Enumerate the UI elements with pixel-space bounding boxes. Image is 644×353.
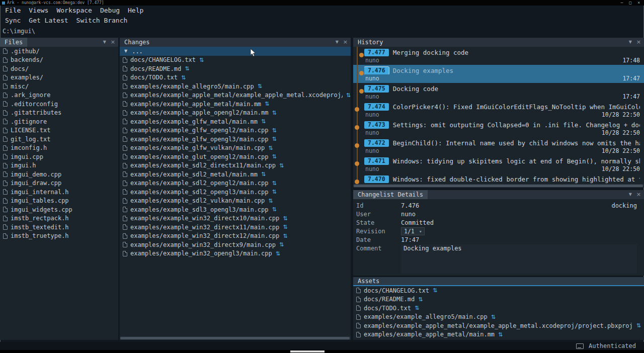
asset-item[interactable]: docs/CHANGELOG.txt ⇅: [353, 286, 644, 295]
asset-item[interactable]: examples/example_apple_metal/example_app…: [353, 321, 644, 330]
commit-row[interactable]: 7.474 ColorPicker4(): Fixed ImGuiColorEd…: [353, 101, 644, 119]
file-name: imstb_textedit.h: [11, 224, 69, 231]
commit-row[interactable]: 7.477 Merging docking code nuno 17:48: [353, 47, 644, 65]
filter-icon[interactable]: ▼: [103, 38, 106, 47]
commit-row[interactable]: 7.470 Windows: fixed double-clicked bord…: [353, 173, 644, 184]
commit-row[interactable]: 7.473 Settings: omit outputing Collapsed…: [353, 119, 644, 137]
changes-horizontal-scrollbar[interactable]: [120, 336, 351, 340]
asset-path: examples/example_allegro5/main.cpp: [364, 313, 488, 320]
file-item[interactable]: .gitignore: [0, 117, 118, 126]
file-item[interactable]: imgui.cpp: [0, 152, 118, 161]
branch-dot-icon: [355, 125, 359, 130]
maximize-button[interactable]: □: [629, 0, 631, 6]
changed-file-item[interactable]: examples/example_sdl2_opengl2/main.cpp ⇅: [120, 179, 351, 188]
document-icon: [3, 181, 8, 186]
commit-row[interactable]: 7.475 Docking code nuno 17:47: [353, 83, 644, 101]
minimize-button[interactable]: –: [621, 0, 623, 6]
close-button[interactable]: ×: [637, 0, 640, 6]
changed-file-item[interactable]: docs/TODO.txt ⇅: [120, 73, 351, 82]
chevron-down-icon[interactable]: ▼: [629, 190, 632, 199]
scrollbar-thumb[interactable]: [120, 337, 350, 339]
file-item[interactable]: misc/: [0, 82, 118, 91]
changed-file-item[interactable]: examples/example_win32_directx10/main.cp…: [120, 214, 351, 223]
changed-file-item[interactable]: examples/example_glfw_metal/main.mm ⇅: [120, 117, 351, 126]
commit-body: 7.476 Docking examples nuno 17:47: [363, 65, 644, 83]
changes-root-row[interactable]: ▼ ...: [120, 47, 351, 56]
changed-file-item[interactable]: examples/example_sdl2_directx11/main.cpp…: [120, 161, 351, 170]
changed-file-item[interactable]: examples/example_win32_directx11/main.cp…: [120, 223, 351, 232]
branch-graph: [353, 119, 363, 137]
detail-row-revision: Revision 1/1 ▾: [353, 227, 644, 235]
close-icon[interactable]: ×: [636, 190, 641, 199]
file-item[interactable]: imconfig.h: [0, 144, 118, 153]
file-item[interactable]: imgui_widgets.cpp: [0, 205, 118, 214]
menu-item-file[interactable]: File: [1, 6, 25, 16]
comment-field[interactable]: Docking examples: [401, 244, 637, 274]
changed-file-item[interactable]: examples/example_glfw_opengl2/main.cpp ⇅: [120, 126, 351, 135]
file-item[interactable]: backends/: [0, 56, 118, 65]
changed-file-item[interactable]: examples/example_glut_opengl2/main.cpp ⇅: [120, 152, 351, 161]
modified-icon: ⇅: [185, 65, 189, 72]
close-icon[interactable]: ×: [111, 38, 115, 47]
changed-file-item[interactable]: examples/example_glfw_opengl3/main.cpp ⇅: [120, 135, 351, 144]
asset-item[interactable]: examples/example_apple_metal/main.mm ⇅: [353, 330, 644, 339]
commit-row[interactable]: 7.471 Windows: tidying up skipitems logi…: [353, 155, 644, 173]
menu-item-help[interactable]: Help: [124, 6, 147, 16]
file-item[interactable]: git_log.txt: [0, 135, 118, 144]
changed-file-item[interactable]: examples/example_apple_opengl2/main.mm ⇅: [120, 109, 351, 118]
menu-item-debug[interactable]: Debug: [96, 6, 124, 16]
history-horizontal-scrollbar[interactable]: [353, 184, 644, 188]
document-icon: [3, 57, 8, 63]
changed-file-item[interactable]: examples/example_win32_opengl3/main.cpp …: [120, 249, 351, 258]
toolbar-button-get-latest[interactable]: Get Latest: [25, 16, 72, 26]
changed-file-item[interactable]: examples/example_sdl2_metal/main.mm ⇅: [120, 170, 351, 179]
toolbar-button-switch-branch[interactable]: Switch Branch: [72, 16, 132, 26]
commit-row[interactable]: 7.476 Docking examples nuno 17:47: [353, 65, 644, 83]
close-icon[interactable]: ×: [636, 38, 641, 47]
scrollbar-thumb[interactable]: [354, 185, 643, 187]
changed-file-item[interactable]: examples/example_win32_directx9/main.cpp…: [120, 240, 351, 249]
menu-item-views[interactable]: Views: [25, 6, 52, 16]
file-item[interactable]: imgui_tables.cpp: [0, 197, 118, 206]
revision-dropdown[interactable]: 1/1 ▾: [401, 227, 425, 235]
changed-file-item[interactable]: examples/example_sdl2_vulkan/main.cpp ⇅: [120, 197, 351, 206]
file-item[interactable]: docs/: [0, 64, 118, 73]
document-icon: [123, 83, 127, 89]
menu-item-workspace[interactable]: Workspace: [52, 6, 96, 16]
asset-item[interactable]: examples/example_allegro5/main.cpp ⇅: [353, 313, 644, 322]
file-item[interactable]: .editorconfig: [0, 100, 118, 109]
close-icon[interactable]: ×: [343, 38, 348, 47]
changed-file-item[interactable]: examples/example_sdl2_opengl3/main.cpp ⇅: [120, 188, 351, 197]
file-item[interactable]: LICENSE.txt: [0, 126, 118, 135]
filter-icon[interactable]: ▼: [336, 38, 339, 47]
file-item[interactable]: imgui_internal.h: [0, 188, 118, 197]
changed-file-item[interactable]: examples/example_glfw_vulkan/main.cpp ⇅: [120, 144, 351, 153]
asset-item[interactable]: docs/README.md ⇅: [353, 295, 644, 304]
changed-file-item[interactable]: examples/example_apple_metal/main.mm ⇅: [120, 100, 351, 109]
file-item[interactable]: imgui_demo.cpp: [0, 170, 118, 179]
commit-row[interactable]: 7.472 BeginChild(): Internal name used b…: [353, 137, 644, 155]
commit-body: 7.472 BeginChild(): Internal name used b…: [363, 137, 644, 155]
document-icon: [3, 128, 8, 133]
changed-file-item[interactable]: docs/CHANGELOG.txt ⇅: [120, 56, 351, 65]
modified-icon: ⇅: [276, 250, 280, 257]
file-item[interactable]: imgui.h: [0, 161, 118, 170]
toolbar-button-sync[interactable]: Sync: [1, 16, 25, 26]
file-item[interactable]: .gitattributes: [0, 109, 118, 118]
file-item[interactable]: .ark_ignore: [0, 91, 118, 100]
file-item[interactable]: imstb_rectpack.h: [0, 214, 118, 223]
filter-icon[interactable]: ▼: [629, 38, 632, 47]
asset-item[interactable]: docs/TODO.txt ⇅: [353, 304, 644, 313]
changed-file-item[interactable]: examples/example_allegro5/main.cpp ⇅: [120, 82, 351, 91]
document-icon: [123, 251, 127, 256]
file-item[interactable]: examples/: [0, 73, 118, 82]
changed-file-item[interactable]: examples/example_apple_metal/example_app…: [120, 91, 351, 100]
file-item[interactable]: imstb_truetype.h: [0, 232, 118, 241]
file-item[interactable]: .github/: [0, 47, 118, 56]
file-name: imgui_internal.h: [11, 189, 69, 196]
changed-file-item[interactable]: docs/README.md ⇅: [120, 64, 351, 73]
file-item[interactable]: imgui_draw.cpp: [0, 179, 118, 188]
file-item[interactable]: imstb_textedit.h: [0, 223, 118, 232]
changed-file-item[interactable]: examples/example_win32_directx12/main.cp…: [120, 232, 351, 241]
changed-file-item[interactable]: examples/example_sdl3_opengl3/main.cpp ⇅: [120, 205, 351, 214]
